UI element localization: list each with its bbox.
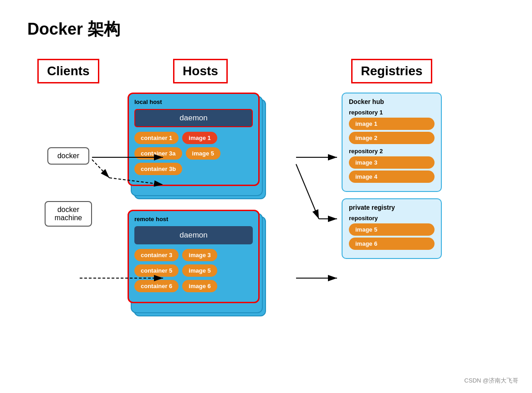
local-row-2: container 3a image 5: [134, 147, 253, 160]
remote-container-6: container 6: [134, 280, 179, 292]
private-image-5: image 5: [349, 223, 435, 236]
private-repo-images: image 5 image 6: [349, 223, 435, 250]
remote-host-label: remote host: [134, 216, 253, 222]
private-repo-name: repository: [349, 215, 435, 222]
remote-image-5: image 5: [182, 264, 217, 277]
page-title: Docker 架构: [27, 18, 505, 41]
remote-daemon-bar: daemon: [134, 226, 253, 244]
docker-machine-box: dockermachine: [45, 201, 92, 227]
remote-host-stack: remote host daemon container 3 image 3 c…: [128, 210, 273, 303]
docker-client-label: docker: [57, 152, 79, 160]
clients-column: Clients docker dockermachine: [27, 59, 109, 227]
registries-label: Registries: [351, 59, 432, 83]
repo-2-image-3: image 3: [349, 156, 435, 169]
local-container-3b: container 3b: [134, 163, 182, 175]
watermark: CSDN @济南大飞哥: [464, 377, 518, 385]
local-image-5: image 5: [186, 147, 220, 160]
private-registry-group: private registry repository image 5 imag…: [342, 198, 442, 259]
local-daemon-bar: daemon: [134, 109, 253, 127]
local-host-stack: local host daemon container 1 image 1 co…: [128, 93, 273, 186]
repo-1-image-2: image 2: [349, 132, 435, 144]
repo-1-name: repository 1: [349, 109, 435, 116]
repo-2-name: repository 2: [349, 148, 435, 155]
main-container: Docker 架构 Clients docker dockermachine H…: [0, 0, 532, 393]
remote-container-5: container 5: [134, 264, 179, 277]
remote-row-2: container 5 image 5: [134, 264, 253, 277]
hosts-column: Hosts local host daemon container 1 imag…: [109, 59, 292, 303]
private-registry-title: private registry: [349, 204, 435, 211]
local-host-label: local host: [134, 98, 253, 105]
remote-row-1: container 3 image 3: [134, 249, 253, 261]
repo-1-images: image 1 image 2: [349, 118, 435, 144]
repo-2-image-4: image 4: [349, 171, 435, 183]
local-image-1: image 1: [182, 132, 217, 144]
repo-1-section: repository 1 image 1 image 2: [349, 109, 435, 144]
registries-column: Registries Docker hub repository 1 image…: [328, 59, 455, 265]
docker-hub-title: Docker hub: [349, 98, 435, 105]
remote-image-6: image 6: [182, 280, 217, 292]
diagram-area: Clients docker dockermachine Hosts loc: [27, 59, 505, 303]
hosts-label: Hosts: [173, 59, 228, 83]
repo-1-image-1: image 1: [349, 118, 435, 130]
registries-wrapper: Docker hub repository 1 image 1 image 2 …: [342, 93, 442, 265]
repo-2-images: image 3 image 4: [349, 156, 435, 183]
client-items: docker dockermachine: [45, 147, 92, 227]
local-row-3: container 3b: [134, 163, 253, 175]
repo-2-section: repository 2 image 3 image 4: [349, 148, 435, 183]
private-image-6: image 6: [349, 238, 435, 250]
docker-hub-group: Docker hub repository 1 image 1 image 2 …: [342, 93, 442, 192]
remote-host-panel: remote host daemon container 3 image 3 c…: [128, 210, 260, 303]
remote-row-3: container 6 image 6: [134, 280, 253, 292]
local-container-3a: container 3a: [134, 147, 182, 160]
local-host-panel: local host daemon container 1 image 1 co…: [128, 93, 260, 186]
remote-image-3: image 3: [182, 249, 217, 261]
docker-machine-label: dockermachine: [55, 206, 82, 222]
remote-container-3: container 3: [134, 249, 179, 261]
clients-label: Clients: [37, 59, 99, 83]
private-repo-section: repository image 5 image 6: [349, 215, 435, 250]
local-container-1: container 1: [134, 132, 179, 144]
local-row-1: container 1 image 1: [134, 132, 253, 144]
docker-client-box: docker: [47, 147, 89, 165]
